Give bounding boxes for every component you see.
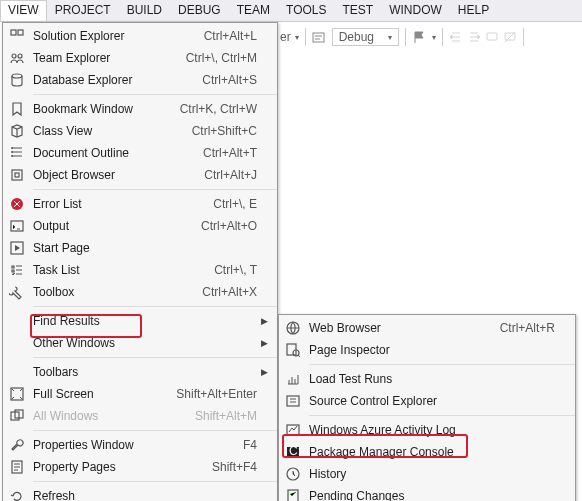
- menu-item-shortcut: Ctrl+Alt+R: [500, 321, 559, 335]
- pageinsp-icon: [283, 342, 303, 358]
- allwin-icon: [7, 408, 27, 424]
- otherwin-item-package-manager-console[interactable]: C:\Package Manager Console: [279, 441, 575, 463]
- submenu-arrow-icon: ▶: [261, 338, 271, 348]
- db-icon: [7, 72, 27, 88]
- menu-item-shortcut: Ctrl+\, Ctrl+M: [186, 51, 261, 65]
- view-item-property-pages[interactable]: Property PagesShift+F4: [3, 456, 277, 478]
- web-icon: [283, 320, 303, 336]
- svg-point-11: [11, 155, 13, 157]
- menu-item-label: Toolbars: [27, 365, 257, 379]
- menu-test[interactable]: TEST: [335, 0, 382, 21]
- view-item-error-list[interactable]: Error ListCtrl+\, E: [3, 193, 277, 215]
- loadtest-icon: [283, 371, 303, 387]
- menu-project[interactable]: PROJECT: [47, 0, 119, 21]
- toolbar-fragment: er ▾ Debug▾ ▾: [280, 28, 526, 46]
- otherwin-item-web-browser[interactable]: Web BrowserCtrl+Alt+R: [279, 317, 575, 339]
- menu-item-label: Property Pages: [27, 460, 212, 474]
- view-item-task-list[interactable]: Task ListCtrl+\, T: [3, 259, 277, 281]
- menu-item-shortcut: Ctrl+Alt+T: [203, 146, 261, 160]
- dropdown-caret[interactable]: ▾: [295, 33, 299, 42]
- view-item-class-view[interactable]: Class ViewCtrl+Shift+C: [3, 120, 277, 142]
- menu-view[interactable]: VIEW: [0, 0, 47, 21]
- start-icon: [7, 240, 27, 256]
- bookmark-icon: [7, 101, 27, 117]
- view-item-output[interactable]: OutputCtrl+Alt+O: [3, 215, 277, 237]
- menu-item-shortcut: Shift+F4: [212, 460, 261, 474]
- scc-icon: [283, 393, 303, 409]
- otherwin-item-page-inspector[interactable]: Page Inspector: [279, 339, 575, 361]
- uncomment-icon[interactable]: [503, 30, 517, 44]
- otherwin-item-history[interactable]: History: [279, 463, 575, 485]
- menu-item-label: Database Explorer: [27, 73, 202, 87]
- task-icon: [7, 262, 27, 278]
- svg-rect-5: [18, 30, 23, 35]
- menu-item-label: Refresh: [27, 489, 257, 501]
- otherwin-item-pending-changes[interactable]: Pending Changes: [279, 485, 575, 501]
- menu-debug[interactable]: DEBUG: [170, 0, 229, 21]
- error-icon: [7, 196, 27, 212]
- svg-text:C:\: C:\: [289, 444, 301, 458]
- view-item-properties-window[interactable]: Properties WindowF4: [3, 434, 277, 456]
- view-item-toolbars[interactable]: Toolbars▶: [3, 361, 277, 383]
- view-item-object-browser[interactable]: Object BrowserCtrl+Alt+J: [3, 164, 277, 186]
- flag-icon[interactable]: [412, 30, 428, 44]
- menu-item-shortcut: Ctrl+\, T: [214, 263, 261, 277]
- otherwin-item-load-test-runs[interactable]: Load Test Runs: [279, 368, 575, 390]
- svg-point-9: [11, 147, 13, 149]
- menu-team[interactable]: TEAM: [229, 0, 278, 21]
- toolbar-er-text: er: [280, 30, 291, 44]
- menu-item-label: Class View: [27, 124, 192, 138]
- otherwin-item-source-control-explorer[interactable]: Source Control Explorer: [279, 390, 575, 412]
- menu-item-label: Toolbox: [27, 285, 202, 299]
- indent-right-icon[interactable]: [467, 30, 481, 44]
- menu-item-shortcut: Ctrl+Alt+S: [202, 73, 261, 87]
- view-item-database-explorer[interactable]: Database ExplorerCtrl+Alt+S: [3, 69, 277, 91]
- class-icon: [7, 123, 27, 139]
- menu-help[interactable]: HELP: [450, 0, 497, 21]
- menu-item-shortcut: Ctrl+Alt+O: [201, 219, 261, 233]
- view-item-refresh[interactable]: Refresh: [3, 485, 277, 501]
- pending-icon: [283, 488, 303, 501]
- browse-icon[interactable]: [312, 30, 328, 44]
- svg-rect-4: [11, 30, 16, 35]
- menu-item-label: Document Outline: [27, 146, 203, 160]
- config-selector[interactable]: Debug▾: [332, 28, 399, 46]
- menubar: VIEWPROJECTBUILDDEBUGTEAMTOOLSTESTWINDOW…: [0, 0, 582, 22]
- menu-item-shortcut: Ctrl+Alt+X: [202, 285, 261, 299]
- refresh-icon: [7, 488, 27, 501]
- view-item-toolbox[interactable]: ToolboxCtrl+Alt+X: [3, 281, 277, 303]
- svg-rect-22: [287, 344, 296, 355]
- menu-item-label: All Windows: [27, 409, 195, 423]
- azure-icon: [283, 422, 303, 438]
- otherwin-item-windows-azure-activity-log[interactable]: Windows Azure Activity Log: [279, 419, 575, 441]
- comment-icon[interactable]: [485, 30, 499, 44]
- menu-item-label: Error List: [27, 197, 213, 211]
- view-item-other-windows[interactable]: Other Windows▶: [3, 332, 277, 354]
- pmc-icon: C:\: [283, 444, 303, 460]
- output-icon: [7, 218, 27, 234]
- menu-window[interactable]: WINDOW: [381, 0, 450, 21]
- menu-item-shortcut: Ctrl+Alt+J: [204, 168, 261, 182]
- view-item-team-explorer[interactable]: Team ExplorerCtrl+\, Ctrl+M: [3, 47, 277, 69]
- indent-left-icon[interactable]: [449, 30, 463, 44]
- view-item-solution-explorer[interactable]: Solution ExplorerCtrl+Alt+L: [3, 25, 277, 47]
- history-icon: [283, 466, 303, 482]
- menu-item-label: History: [303, 467, 555, 481]
- menu-item-label: Web Browser: [303, 321, 500, 335]
- svg-point-6: [12, 54, 16, 58]
- menu-item-label: Windows Azure Activity Log: [303, 423, 555, 437]
- view-item-document-outline[interactable]: Document OutlineCtrl+Alt+T: [3, 142, 277, 164]
- view-item-start-page[interactable]: Start Page: [3, 237, 277, 259]
- menu-item-label: Output: [27, 219, 201, 233]
- svg-point-10: [11, 151, 13, 153]
- menu-item-shortcut: Ctrl+Shift+C: [192, 124, 261, 138]
- view-item-find-results[interactable]: Find Results▶: [3, 310, 277, 332]
- view-item-full-screen[interactable]: Full ScreenShift+Alt+Enter: [3, 383, 277, 405]
- menu-build[interactable]: BUILD: [119, 0, 170, 21]
- view-item-bookmark-window[interactable]: Bookmark WindowCtrl+K, Ctrl+W: [3, 98, 277, 120]
- object-icon: [7, 167, 27, 183]
- menu-item-label: Properties Window: [27, 438, 243, 452]
- other-windows-submenu: Web BrowserCtrl+Alt+RPage InspectorLoad …: [278, 314, 576, 501]
- menu-tools[interactable]: TOOLS: [278, 0, 334, 21]
- props-icon: [7, 437, 27, 453]
